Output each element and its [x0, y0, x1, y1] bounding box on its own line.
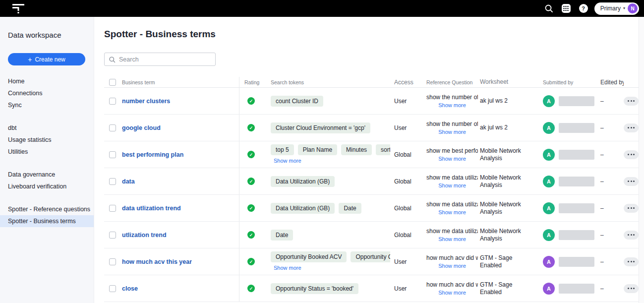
column-header-access[interactable]: Access — [394, 79, 426, 86]
chevron-down-icon: ▾ — [623, 6, 625, 10]
question-show-more-link[interactable]: Show more — [438, 236, 466, 242]
submitted-by-name-redacted — [559, 177, 594, 186]
access-value: User — [394, 124, 407, 131]
sidebar-item-home[interactable]: Home — [0, 75, 94, 87]
verified-check-icon: ✓ — [247, 97, 255, 105]
select-all-checkbox[interactable] — [109, 79, 116, 86]
sidebar-item-dbt[interactable]: dbt — [0, 122, 94, 134]
sidebar-item-utilities[interactable]: Utilities — [0, 146, 94, 158]
column-header-search-tokens[interactable]: Search tokens — [271, 79, 394, 85]
business-term-link[interactable]: number clusters — [122, 98, 170, 105]
reference-question-text: show me best perfor — [426, 147, 478, 154]
row-checkbox[interactable] — [109, 258, 116, 265]
create-new-button[interactable]: + Create new — [8, 53, 85, 65]
sidebar-item-usage-statistics[interactable]: Usage statistics — [0, 134, 94, 146]
business-term-link[interactable]: data — [122, 178, 135, 185]
business-term-link[interactable]: utlization trend — [122, 232, 167, 239]
apps-grid-icon — [562, 4, 571, 13]
worksheet-name: GTM - Sage Enabled — [480, 281, 512, 296]
reference-question-text: show me data utilizati — [426, 201, 478, 208]
column-header-reference-question[interactable]: Reference Question — [426, 79, 480, 85]
row-actions-button[interactable] — [624, 177, 639, 186]
edited-by-value: – — [600, 124, 604, 131]
worksheet-name: Mobile Network Analysis — [480, 147, 521, 162]
reference-question-text: show the number of c — [426, 94, 478, 101]
search-token-chip: Data Utilization (GB) — [271, 176, 335, 187]
search-button[interactable] — [542, 2, 555, 15]
access-value: User — [394, 285, 407, 292]
column-header-rating[interactable]: Rating — [244, 79, 271, 85]
account-switcher[interactable]: Primary ▾ N — [594, 2, 639, 15]
worksheet-name: Mobile Network Analysis — [480, 228, 521, 242]
row-actions-button[interactable] — [624, 204, 639, 213]
business-term-link[interactable]: google cloud — [122, 124, 161, 131]
business-term-link[interactable]: close — [122, 285, 138, 292]
search-tokens-list: Date — [271, 230, 390, 241]
question-show-more-link[interactable]: Show more — [438, 263, 466, 269]
verified-check-icon: ✓ — [247, 151, 255, 158]
worksheet-name: Mobile Network Analysis — [480, 174, 521, 188]
access-value: Global — [394, 205, 411, 212]
scrollbar-track[interactable] — [639, 17, 644, 303]
worksheet-name: Mobile Network Analysis — [480, 201, 521, 215]
row-checkbox[interactable] — [109, 285, 116, 292]
account-label: Primary — [600, 5, 621, 12]
column-header-submitted-by[interactable]: Submitted by — [538, 79, 600, 85]
verified-check-icon: ✓ — [247, 285, 255, 292]
sidebar-item-data-governance[interactable]: Data governance — [0, 169, 94, 181]
submitted-by-avatar: A — [543, 256, 555, 268]
search-token-chip: Opportunity Booked ACV — [271, 251, 347, 262]
question-show-more-link[interactable]: Show more — [438, 156, 466, 162]
search-token-chip: sort b — [376, 144, 390, 155]
business-term-link[interactable]: best performing plan — [122, 151, 183, 158]
sidebar-item-connections[interactable]: Connections — [0, 87, 94, 99]
table-header-row: Business term Rating Search tokens Acces… — [104, 77, 639, 88]
table-row: data utlization trend ✓ Data Utilization… — [104, 195, 639, 222]
sidebar-item-sync[interactable]: Sync — [0, 99, 94, 111]
sidebar-title: Data workspace — [0, 31, 94, 40]
sidebar-item-spotter-reference-questions[interactable]: Spotter - Reference questions — [0, 203, 94, 215]
submitted-by-avatar: A — [543, 176, 555, 187]
question-show-more-link[interactable]: Show more — [438, 102, 466, 108]
table-row: close ✓ Opportunity Status = 'booked' Us… — [104, 275, 639, 302]
sidebar-item-liveboard-verification[interactable]: Liveboard verification — [0, 181, 94, 192]
verified-check-icon: ✓ — [247, 231, 255, 239]
search-tokens-list: top 5Plan NameMinutessort b — [271, 144, 390, 155]
question-show-more-link[interactable]: Show more — [438, 209, 466, 215]
column-header-worksheet[interactable]: Worksheet — [480, 78, 538, 86]
column-header-edited-by[interactable]: Edited by — [600, 79, 624, 86]
apps-button[interactable] — [560, 2, 573, 15]
business-term-link[interactable]: how much acv this year — [122, 258, 192, 265]
row-checkbox[interactable] — [109, 151, 116, 158]
row-actions-button[interactable] — [624, 97, 639, 106]
help-button[interactable]: ? — [577, 2, 590, 15]
user-avatar: N — [628, 3, 638, 13]
sidebar-item-spotter-business-terms[interactable]: Spotter - Business terms — [0, 215, 94, 227]
question-show-more-link[interactable]: Show more — [438, 290, 466, 296]
row-actions-button[interactable] — [624, 123, 639, 132]
row-actions-button[interactable] — [624, 231, 639, 240]
table-row: number clusters ✓ count Cluster ID User … — [104, 88, 639, 115]
business-term-link[interactable]: data utlization trend — [122, 205, 181, 212]
tokens-show-more-link[interactable]: Show more — [274, 158, 301, 164]
access-value: User — [394, 258, 407, 265]
search-input[interactable] — [119, 56, 211, 63]
question-show-more-link[interactable]: Show more — [438, 129, 466, 135]
row-checkbox[interactable] — [109, 232, 116, 239]
row-checkbox[interactable] — [109, 124, 116, 131]
reference-question-text: show me data utilizati — [426, 174, 478, 181]
table-row: utlization trend ✓ Date Global show me d… — [104, 222, 639, 248]
question-show-more-link[interactable]: Show more — [438, 182, 466, 188]
row-actions-button[interactable] — [624, 284, 639, 293]
row-actions-button[interactable] — [624, 257, 639, 266]
access-value: Global — [394, 232, 411, 239]
tokens-show-more-link[interactable]: Show more — [274, 265, 301, 271]
row-actions-button[interactable] — [624, 150, 639, 159]
row-checkbox[interactable] — [109, 205, 116, 212]
verified-check-icon: ✓ — [247, 178, 255, 185]
business-terms-table: Business term Rating Search tokens Acces… — [104, 77, 639, 302]
row-checkbox[interactable] — [109, 98, 116, 105]
submitted-by-name-redacted — [559, 257, 594, 267]
row-checkbox[interactable] — [109, 178, 116, 185]
column-header-business-term[interactable]: Business term — [122, 77, 239, 87]
